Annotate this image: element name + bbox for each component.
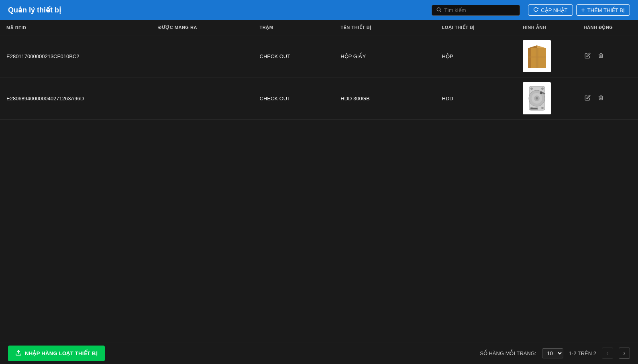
page-title: Quản lý thiết bị xyxy=(8,6,432,14)
edit-button[interactable] xyxy=(584,52,591,61)
rfid-cell: E280117000000213CF010BC2 xyxy=(0,35,152,77)
hdd-image xyxy=(526,84,548,112)
refresh-icon xyxy=(533,7,538,13)
search-input[interactable] xyxy=(444,7,516,13)
col-header-tram: TRẠM xyxy=(253,20,334,35)
rows-per-page-label: SỐ HÀNG MỖI TRANG: xyxy=(480,350,536,356)
svg-marker-3 xyxy=(528,45,537,48)
device-table: MÃ RFID ĐƯỢC MANG RA TRẠM TÊN THIẾT BỊ L… xyxy=(0,20,638,120)
app-header: Quản lý thiết bị CẬP NHẬT + THÊM THIẾT B… xyxy=(0,0,638,20)
col-header-loai: LOẠI THIẾT BỊ xyxy=(436,20,517,35)
next-page-button[interactable]: › xyxy=(619,348,630,359)
col-header-duoc: ĐƯỢC MANG RA xyxy=(152,20,253,35)
delete-button[interactable] xyxy=(597,94,605,103)
ten-cell: HỘP GIẤY xyxy=(334,35,435,77)
svg-point-0 xyxy=(437,8,440,11)
svg-point-17 xyxy=(541,88,543,90)
col-header-hinhanh: HÌNH ẢNH xyxy=(516,20,577,35)
pagination-text: 1-2 TRÊN 2 xyxy=(569,350,596,356)
svg-rect-21 xyxy=(531,108,537,109)
svg-point-16 xyxy=(530,88,532,90)
ten-cell: HDD 300GB xyxy=(334,77,435,120)
action-cell xyxy=(577,77,638,120)
image-cell xyxy=(516,77,577,120)
image-cell xyxy=(516,35,577,77)
rfid-cell: E280689400000040271263A96D xyxy=(0,77,152,120)
svg-point-19 xyxy=(541,107,543,109)
svg-rect-8 xyxy=(528,56,546,58)
search-icon xyxy=(436,7,442,14)
svg-line-1 xyxy=(440,10,441,12)
col-header-ten: TÊN THIẾT BỊ xyxy=(334,20,435,35)
svg-point-13 xyxy=(536,97,538,100)
search-box[interactable] xyxy=(432,5,520,16)
loai-cell: HDD xyxy=(436,77,517,120)
table-row: E280117000000213CF010BC2 CHECK OUT HỘP G… xyxy=(0,35,638,77)
table-header-row: MÃ RFID ĐƯỢC MANG RA TRẠM TÊN THIẾT BỊ L… xyxy=(0,20,638,35)
duoc-cell xyxy=(152,35,253,77)
upload-icon xyxy=(15,350,22,357)
plus-icon: + xyxy=(581,7,585,13)
svg-point-15 xyxy=(540,92,542,94)
device-image-box xyxy=(523,40,551,72)
tram-cell: CHECK OUT xyxy=(253,77,334,120)
table-row: E280689400000040271263A96D CHECK OUT HDD… xyxy=(0,77,638,120)
col-header-rfid: MÃ RFID xyxy=(0,20,152,35)
delete-button[interactable] xyxy=(597,52,605,61)
prev-page-button[interactable]: ‹ xyxy=(602,348,613,359)
action-cell xyxy=(577,35,638,77)
col-header-hanhd: HÀNH ĐỘNG xyxy=(577,20,638,35)
device-image-box xyxy=(523,82,551,114)
pagination-area: SỐ HÀNG MỖI TRANG: 5 10 20 50 1-2 TRÊN 2… xyxy=(480,348,630,359)
add-label: THÊM THIẾT BỊ xyxy=(587,7,625,13)
bulk-import-button[interactable]: NHẬP HÀNG LOẠT THIẾT BỊ xyxy=(8,346,105,361)
page-size-select[interactable]: 5 10 20 50 xyxy=(542,348,563,358)
tram-cell: CHECK OUT xyxy=(253,35,334,77)
table-wrapper: MÃ RFID ĐƯỢC MANG RA TRẠM TÊN THIẾT BỊ L… xyxy=(0,20,638,342)
update-label: CẬP NHẬT xyxy=(541,7,567,13)
duoc-cell xyxy=(152,77,253,120)
svg-marker-4 xyxy=(537,45,546,48)
edit-button[interactable] xyxy=(584,94,591,103)
loai-cell: HỘP xyxy=(436,35,517,77)
update-button[interactable]: CẬP NHẬT xyxy=(528,4,573,16)
footer: NHẬP HÀNG LOẠT THIẾT BỊ SỐ HÀNG MỖI TRAN… xyxy=(0,342,638,364)
add-device-button[interactable]: + THÊM THIẾT BỊ xyxy=(576,4,630,16)
box-image xyxy=(526,42,548,70)
import-label: NHẬP HÀNG LOẠT THIẾT BỊ xyxy=(25,350,98,356)
